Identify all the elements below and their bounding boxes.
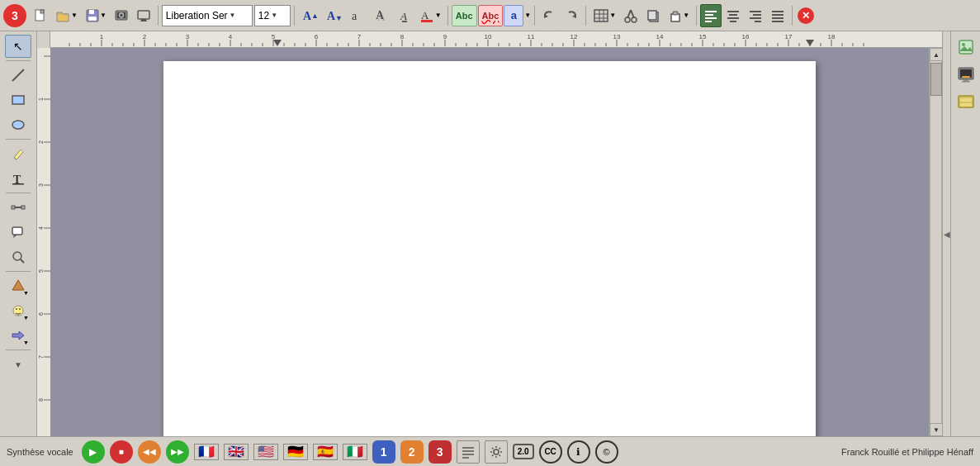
svg-point-55 bbox=[12, 121, 24, 129]
ellipse-tool-button[interactable] bbox=[5, 113, 31, 136]
pencil-tool-button[interactable] bbox=[5, 142, 31, 165]
scroll-thumb[interactable] bbox=[930, 63, 942, 96]
vertical-scrollbar[interactable]: ▲ ▼ bbox=[929, 48, 942, 436]
svg-rect-59 bbox=[12, 206, 15, 209]
svg-line-31 bbox=[627, 10, 631, 18]
svg-text:▲: ▲ bbox=[311, 12, 318, 20]
svg-point-63 bbox=[13, 252, 21, 260]
font-name-box[interactable]: Liberation Ser ▼ bbox=[162, 5, 253, 26]
cc-icon: CC bbox=[539, 440, 562, 464]
align-right-button[interactable] bbox=[745, 4, 766, 27]
font-size-dropdown[interactable]: ▼ bbox=[271, 12, 277, 19]
shapes-panel-button[interactable] bbox=[954, 91, 978, 116]
navigator-button[interactable] bbox=[954, 63, 978, 88]
num2-button[interactable]: 2 bbox=[400, 440, 424, 464]
rights-icon: © bbox=[595, 440, 618, 464]
rewind-button[interactable]: ◀◀ bbox=[138, 440, 161, 464]
flag-de-button[interactable]: 🇩🇪 bbox=[283, 444, 308, 460]
cut-button[interactable] bbox=[620, 4, 641, 27]
gallery-button[interactable] bbox=[954, 35, 978, 59]
sep1 bbox=[158, 6, 159, 26]
app-icon: 3 bbox=[3, 4, 26, 27]
spell-check-button[interactable]: Abc bbox=[452, 5, 477, 26]
open-dropdown-arrow[interactable]: ▼ bbox=[71, 12, 78, 19]
svg-rect-80 bbox=[960, 103, 972, 107]
scroll-track[interactable] bbox=[930, 61, 942, 423]
new-button[interactable] bbox=[30, 4, 51, 27]
arrows-tool-button[interactable]: ▼ bbox=[5, 324, 31, 347]
select-tool-button[interactable]: ↖ bbox=[5, 35, 31, 58]
list-view-button[interactable] bbox=[457, 440, 480, 464]
scroll-down-button[interactable]: ▼ bbox=[930, 423, 942, 436]
collapse-handle[interactable]: ◀ bbox=[942, 31, 950, 436]
svg-line-64 bbox=[21, 259, 24, 263]
paste-button[interactable]: ▼ bbox=[665, 4, 693, 27]
scroll-up-button[interactable]: ▲ bbox=[930, 48, 942, 61]
flag-it-button[interactable]: 🇮🇹 bbox=[343, 444, 367, 460]
close-button[interactable]: ✕ bbox=[798, 7, 814, 24]
font-smaller-button[interactable]: A▼ bbox=[322, 4, 345, 27]
svg-line-32 bbox=[631, 10, 634, 18]
font-size-box[interactable]: 12 ▼ bbox=[254, 5, 291, 26]
font-name-dropdown[interactable]: ▼ bbox=[230, 12, 236, 19]
copy-button[interactable] bbox=[642, 4, 664, 27]
tool-sep-3 bbox=[6, 193, 31, 193]
svg-marker-69 bbox=[12, 331, 24, 340]
font-shadow-button[interactable]: AA bbox=[370, 4, 393, 27]
save-dropdown-arrow[interactable]: ▼ bbox=[100, 12, 107, 19]
export-button[interactable] bbox=[111, 4, 132, 27]
font-color-button[interactable]: A ▼ bbox=[416, 4, 444, 27]
align-left-button[interactable] bbox=[700, 4, 722, 27]
insert-table-button[interactable]: ▼ bbox=[589, 4, 619, 27]
paste-dropdown[interactable]: ▼ bbox=[683, 12, 689, 19]
callout-tool-button[interactable] bbox=[5, 221, 31, 244]
svg-rect-3 bbox=[89, 10, 94, 14]
tool-sep-4 bbox=[6, 271, 31, 272]
connector-tool-button[interactable] bbox=[5, 196, 31, 219]
svg-rect-24 bbox=[594, 10, 608, 21]
char-formatting-dropdown[interactable]: ▼ bbox=[524, 12, 531, 19]
svg-rect-8 bbox=[138, 11, 149, 19]
save-button[interactable]: ▼ bbox=[82, 4, 110, 27]
char-formatting-button[interactable]: a bbox=[504, 5, 523, 26]
shapes-tool-button[interactable]: ▼ bbox=[5, 274, 31, 297]
num1-button[interactable]: 1 bbox=[372, 440, 395, 464]
font-color-dropdown[interactable]: ▼ bbox=[435, 12, 442, 19]
doc-scroll-area: ▲ ▼ bbox=[37, 48, 942, 436]
sep2 bbox=[294, 6, 295, 26]
stop-button[interactable]: ■ bbox=[110, 440, 133, 464]
symbols-tool-button[interactable]: ▼ bbox=[5, 299, 31, 322]
play-button[interactable]: ▶ bbox=[82, 440, 105, 464]
tool-sep-2 bbox=[6, 139, 31, 140]
font-larger-button[interactable]: A▲ bbox=[298, 4, 321, 27]
table-dropdown[interactable]: ▼ bbox=[609, 12, 616, 19]
screen-button[interactable] bbox=[133, 4, 154, 27]
flag-gb-button[interactable]: 🇬🇧 bbox=[224, 444, 249, 460]
font-bold-button[interactable]: a bbox=[346, 4, 369, 27]
document-page[interactable] bbox=[163, 61, 816, 436]
align-justify-button[interactable] bbox=[767, 4, 788, 27]
forward-button[interactable]: ▶▶ bbox=[166, 440, 189, 464]
flag-es-button[interactable]: 🇪🇸 bbox=[313, 444, 338, 460]
settings-button[interactable] bbox=[485, 440, 508, 464]
autocorrect-button[interactable]: Abc bbox=[478, 5, 504, 26]
redo-button[interactable] bbox=[561, 4, 582, 27]
more-tools-button[interactable]: ▼ bbox=[5, 353, 31, 376]
svg-marker-23 bbox=[572, 14, 576, 18]
num3-button[interactable]: 3 bbox=[428, 440, 452, 464]
open-button[interactable]: ▼ bbox=[52, 4, 81, 27]
line-tool-button[interactable] bbox=[5, 64, 31, 87]
text-tool-button[interactable]: T bbox=[5, 167, 31, 190]
main-area: ↖ T ▼ bbox=[0, 31, 980, 436]
rect-tool-button[interactable] bbox=[5, 88, 31, 112]
flag-fr-button[interactable]: 🇫🇷 bbox=[194, 444, 219, 460]
font-italic-button[interactable]: A bbox=[394, 4, 415, 27]
svg-rect-4 bbox=[88, 17, 97, 21]
document-viewport[interactable] bbox=[50, 48, 929, 436]
align-center-button[interactable] bbox=[722, 4, 744, 27]
author-text: Franck Rouillé et Philippe Hénaff bbox=[841, 447, 973, 457]
undo-button[interactable] bbox=[538, 4, 560, 27]
zoom-tool-button[interactable] bbox=[5, 245, 31, 269]
undo-redo-group bbox=[538, 4, 582, 27]
flag-us-button[interactable]: 🇺🇸 bbox=[253, 444, 278, 460]
